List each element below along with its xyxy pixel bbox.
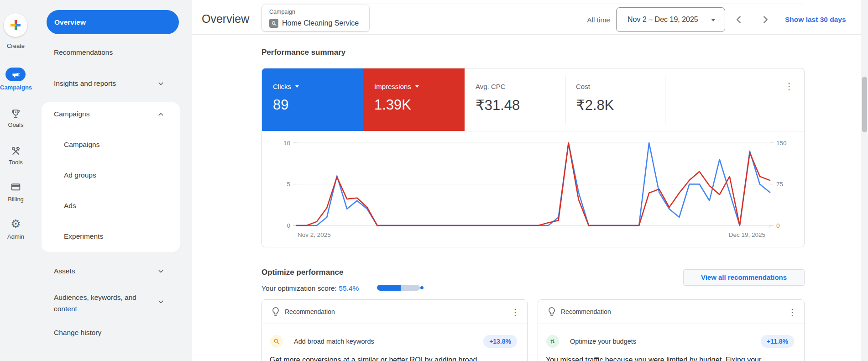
metric-caret-icon	[415, 85, 419, 88]
metric-caret-icon	[295, 85, 299, 88]
campaign-chip-label: Campaign	[269, 9, 295, 15]
date-range-dropdown[interactable]: Nov 2 – Dec 19, 2025	[616, 7, 725, 32]
svg-text:10: 10	[283, 140, 290, 146]
recommendation-kebab-menu-icon[interactable]: ⋮	[788, 307, 797, 318]
google-ads-app: Create Campaigns Goals Tools Billing ⚙ A…	[0, 0, 868, 361]
metric-label: Clicks	[273, 83, 291, 90]
svg-text:Nov 2, 2025: Nov 2, 2025	[298, 231, 331, 238]
optimization-score-value: 55.4%	[339, 284, 359, 292]
recommendation-preview-text: You missed traffic because you were limi…	[546, 355, 796, 361]
rail-label-admin: Admin	[0, 233, 31, 240]
optimization-score-bar	[377, 285, 420, 291]
broad-match-search-icon	[270, 335, 283, 348]
admin-gear-icon[interactable]: ⚙	[10, 218, 21, 230]
page-title: Overview	[202, 12, 249, 26]
nav-item-overview-selected[interactable]: Overview	[47, 10, 179, 34]
lightbulb-icon	[546, 306, 557, 317]
nav-item-change-history[interactable]: Change history	[54, 328, 101, 338]
svg-text:Dec 19, 2025: Dec 19, 2025	[729, 231, 765, 238]
create-label: Create	[0, 42, 31, 49]
nav-item-audiences-keywords-content[interactable]: Audiences, keywords, and content	[54, 292, 151, 314]
chevron-down-icon[interactable]	[157, 267, 165, 275]
svg-text:0: 0	[287, 222, 290, 229]
recommendation-uplift-badge: +11.8%	[761, 335, 794, 348]
nav-item-experiments[interactable]: Experiments	[64, 231, 103, 241]
metric-label: Impressions	[374, 83, 411, 90]
chevron-up-icon[interactable]	[157, 110, 165, 118]
metric-value: 1.39K	[374, 97, 411, 113]
svg-text:75: 75	[776, 181, 783, 188]
google-plus-icon	[10, 20, 21, 30]
content-top-divider	[261, 4, 805, 4]
scrollbar-thumb[interactable]	[862, 77, 867, 132]
campaigns-nav-group: Campaigns Campaigns Ad groups Ads Experi…	[42, 102, 180, 252]
recommendation-preview-text: Get more conversions at a similar or bet…	[270, 355, 519, 361]
nav-group-campaigns[interactable]: Campaigns	[54, 109, 89, 119]
rail-label-campaigns: Campaigns	[0, 84, 31, 91]
all-time-label: All time	[561, 16, 610, 24]
billing-card-icon[interactable]	[10, 181, 21, 193]
nav-item-campaigns[interactable]: Campaigns	[64, 140, 99, 150]
metric-value: 89	[273, 97, 288, 113]
rail-label-tools: Tools	[0, 159, 31, 166]
goals-trophy-icon[interactable]	[10, 108, 21, 120]
recommendation-kebab-menu-icon[interactable]: ⋮	[511, 307, 520, 318]
performance-summary-card: Clicks 89 Impressions 1.39K Avg. CPC ₹31…	[261, 68, 805, 247]
lightbulb-icon	[270, 306, 281, 317]
recommendation-card-header: Recommendation ⋮	[262, 300, 527, 324]
rail-label-goals: Goals	[0, 121, 31, 128]
nav-item-recommendations[interactable]: Recommendations	[54, 47, 113, 58]
create-button[interactable]	[4, 13, 27, 37]
date-range-value: Nov 2 – Dec 19, 2025	[627, 8, 698, 31]
metric-tile-avg-cpc[interactable]: Avg. CPC ₹31.48	[465, 68, 565, 131]
svg-text:150: 150	[776, 140, 787, 146]
performance-summary-heading: Performance summary	[261, 48, 345, 57]
header-divider	[192, 34, 861, 35]
metric-tile-impressions[interactable]: Impressions 1.39K	[363, 68, 465, 131]
next-range-chevron-icon[interactable]	[759, 14, 771, 26]
nav-item-ad-groups[interactable]: Ad groups	[64, 170, 96, 180]
card-kebab-menu-icon[interactable]: ⋮	[784, 81, 794, 92]
svg-text:5: 5	[287, 181, 290, 188]
scrollbar-track[interactable]	[861, 0, 868, 361]
svg-text:0: 0	[776, 222, 780, 229]
tile-divider	[565, 75, 565, 125]
recommendation-card[interactable]: Recommendation ⋮ Add broad match keyword…	[261, 299, 528, 361]
metric-label: Cost	[576, 83, 590, 90]
show-last-30-days-link[interactable]: Show last 30 days	[785, 16, 846, 24]
optimization-score-fill	[377, 285, 401, 291]
optimization-score-target-dot	[420, 286, 424, 289]
campaign-scope-chip[interactable]: Campaign Home Cleaning Service	[261, 5, 370, 31]
nav-item-insights-and-reports[interactable]: Insights and reports	[54, 78, 116, 89]
tools-icon[interactable]	[10, 145, 21, 157]
campaign-name: Home Cleaning Service	[282, 19, 359, 27]
metric-tile-cost[interactable]: Cost ₹2.8K	[565, 68, 665, 131]
line-chart-svg: 1015057500Nov 2, 2025Dec 19, 2025	[265, 137, 805, 245]
recommendation-header-label: Recommendation	[285, 300, 335, 324]
recommendation-card-header: Recommendation ⋮	[538, 300, 804, 324]
arrows-up-down-icon	[546, 335, 559, 348]
rail-item-campaigns[interactable]	[5, 68, 26, 81]
optimization-score-label: Your optimization score:	[261, 284, 337, 292]
tiles-bottom-divider	[465, 131, 805, 131]
nav-item-assets[interactable]: Assets	[54, 266, 75, 276]
recommendation-header-label: Recommendation	[561, 300, 611, 324]
optimize-performance-heading: Optimize performance	[261, 268, 344, 277]
metric-value: ₹31.48	[476, 97, 520, 114]
metric-tile-clicks[interactable]: Clicks 89	[262, 68, 363, 131]
recommendation-title: Add broad match keywords	[294, 336, 374, 346]
recommendation-card[interactable]: Recommendation ⋮ Optimize your budgets +…	[538, 299, 805, 361]
dropdown-caret-icon	[711, 19, 716, 21]
recommendation-title: Optimize your budgets	[570, 336, 636, 346]
chevron-down-icon[interactable]	[157, 80, 165, 88]
rail-label-billing: Billing	[0, 196, 31, 203]
campaign-search-icon	[269, 19, 278, 28]
previous-range-chevron-icon[interactable]	[733, 14, 745, 26]
view-all-recommendations-button[interactable]: View all recommendations	[683, 269, 805, 286]
nav-item-ads[interactable]: Ads	[64, 201, 76, 211]
performance-chart: 1015057500Nov 2, 2025Dec 19, 2025	[265, 137, 805, 245]
metric-label: Avg. CPC	[476, 83, 506, 90]
tile-divider	[665, 75, 665, 125]
metric-value: ₹2.8K	[576, 97, 614, 114]
chevron-down-icon[interactable]	[157, 298, 165, 306]
